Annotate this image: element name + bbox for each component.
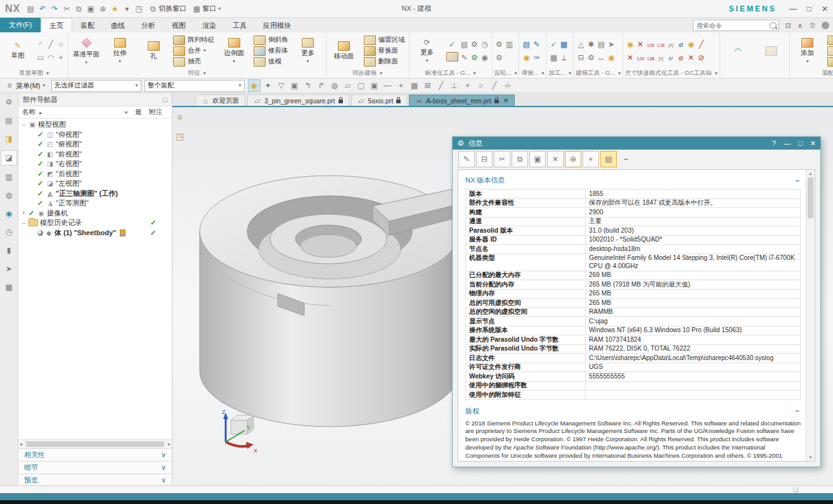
surface-sheet-button[interactable]: ◠	[722, 46, 754, 56]
undo-icon[interactable]: ↶	[39, 4, 46, 13]
ribbon-tab-视图[interactable]: 视图	[164, 18, 194, 32]
dim-red-button[interactable]: ↔	[597, 53, 605, 62]
tree-item[interactable]: ◆体 (1) "Sheetbody"✓	[18, 228, 172, 238]
monitor-button[interactable]: ⊟	[577, 53, 584, 62]
circle-button[interactable]: ○	[57, 40, 65, 49]
paste-icon[interactable]: ▣	[87, 4, 94, 13]
undock-icon[interactable]: □	[163, 96, 167, 103]
coin-pair-button[interactable]: ◉	[607, 53, 615, 62]
dialog-help-button[interactable]: ?	[772, 139, 776, 148]
expand-icon[interactable]: −	[21, 220, 27, 226]
check-icon[interactable]: ✓	[37, 190, 44, 198]
scroll-up-icon[interactable]: ▴	[809, 171, 811, 176]
undo-sel-button[interactable]: ↰	[302, 80, 314, 91]
slash-snap-button[interactable]: ╱	[489, 80, 500, 91]
file-menu-tab[interactable]: 文件(F)	[0, 18, 41, 32]
favorites-dropdown-icon[interactable]: ▾	[123, 4, 131, 13]
resource-assembly-navigator[interactable]: ▤	[1, 113, 16, 127]
ribbon-tab-曲线[interactable]: 曲线	[103, 18, 133, 32]
tree-item[interactable]: ✓◰"俯视图"	[18, 139, 172, 150]
num-188-button[interactable]: 1.88	[647, 54, 654, 61]
cube-a-button[interactable]: ▢	[356, 80, 367, 91]
阵列特征-button[interactable]: 阵列特征	[171, 35, 216, 45]
移动面-button[interactable]: 移动面	[328, 41, 360, 61]
column-name[interactable]: 名称▲	[18, 108, 125, 117]
gear-green-button[interactable]: ⚙	[471, 53, 479, 62]
gear-tool-button[interactable]: ⚙	[496, 53, 503, 62]
tree-item[interactable]: ✓◪"左视图"	[18, 179, 172, 189]
file-tab-欢迎页面[interactable]: ⌂欢迎页面	[195, 94, 245, 106]
expand-icon[interactable]: +	[21, 210, 27, 216]
rect-button[interactable]: ▭	[37, 53, 44, 62]
spline-button[interactable]: ◠	[47, 53, 55, 62]
redo-sel-button[interactable]: ↱	[316, 80, 327, 91]
touch-mode-icon[interactable]: ⊕	[99, 4, 107, 13]
file-tab-A-boss_sheet_mm.prt[interactable]: ▰A-boss_sheet_mm.prt✕	[409, 94, 515, 106]
tree-item[interactable]: ✓◧"前视图"	[18, 150, 172, 160]
更多-button[interactable]: 更多▾	[292, 37, 324, 65]
eye-icon[interactable]	[37, 230, 43, 236]
clock-gray-button[interactable]: ◷	[481, 40, 489, 49]
pen-button[interactable]: ✎	[461, 53, 468, 62]
line-snap-button[interactable]: ╱	[436, 80, 447, 91]
save-icon[interactable]: ▤	[27, 4, 34, 13]
orientation-triad[interactable]: Z X Y	[212, 409, 261, 453]
export-button[interactable]: ✎	[458, 151, 475, 167]
dot-snap-button[interactable]: ⊹	[502, 80, 513, 91]
command-search-input[interactable]	[695, 22, 770, 30]
装配约束-button[interactable]: 装配约束	[825, 35, 833, 45]
ribbon-tab-装配[interactable]: 装配	[72, 18, 103, 32]
doc-a-button[interactable]: ▤	[597, 40, 605, 49]
minimize-ribbon-icon[interactable]: ∧	[797, 22, 803, 30]
resource-touch[interactable]: ➤	[1, 262, 16, 276]
delete-button[interactable]: ✕	[547, 151, 564, 167]
草图-button[interactable]: ✎草图	[2, 41, 34, 61]
scrollbar-thumb[interactable]	[808, 178, 813, 218]
window-button[interactable]: ▦窗口▾	[193, 4, 221, 13]
dia-zero-button[interactable]: ⊘	[697, 53, 705, 62]
triangle-button[interactable]: △	[577, 40, 584, 49]
model-3d[interactable]	[184, 143, 482, 447]
collapse-section-icon[interactable]: −	[796, 177, 799, 184]
favorites-icon[interactable]: ★	[111, 4, 119, 13]
switch-window-button[interactable]: ⧉切换窗口	[149, 4, 186, 13]
collapse-button[interactable]: −	[618, 152, 633, 167]
ribbon-tab-分析[interactable]: 分析	[133, 18, 164, 32]
check-icon[interactable]: ✓	[37, 131, 44, 139]
check-icon[interactable]: ✓	[37, 179, 44, 188]
倒斜角-button[interactable]: 倒斜角	[252, 35, 290, 45]
tree-item[interactable]: ✓◨"右视图"	[18, 159, 172, 169]
x-delete-button[interactable]: ✕	[636, 40, 644, 49]
stamp-button[interactable]: ▤	[461, 40, 468, 49]
window-grip-icon[interactable]: ❏	[793, 487, 798, 493]
menu-button[interactable]: ≡菜单(M)▾	[3, 81, 48, 91]
修剪体-button[interactable]: 修剪体	[252, 46, 290, 56]
plus-snap-button[interactable]: +	[462, 80, 474, 91]
ribbon-tab-工具[interactable]: 工具	[224, 18, 255, 32]
x-box-button[interactable]: [X]	[657, 54, 664, 61]
find-button[interactable]: ⌖	[583, 151, 599, 167]
tree-item[interactable]: −▣模型视图	[18, 120, 172, 130]
resource-template[interactable]: ▦	[1, 280, 16, 294]
num-118-button[interactable]: 1.18	[657, 41, 664, 48]
resource-web-browser[interactable]: ◉	[1, 207, 16, 221]
rack-tool-button[interactable]: ▥	[506, 40, 513, 49]
resource-roles[interactable]: ◍	[1, 188, 16, 202]
table-grid-button[interactable]: ▦	[550, 53, 557, 62]
x-paren-button[interactable]: (X)	[667, 41, 675, 48]
check-icon[interactable]: ✓	[29, 209, 36, 217]
minimize-button[interactable]: —	[789, 4, 797, 13]
column-note[interactable]: 附注	[149, 108, 172, 117]
resource-history[interactable]: ◷	[1, 225, 16, 239]
doc-blue-button[interactable]: ▤	[522, 40, 530, 49]
pin-red-b-button[interactable]: ✕	[687, 53, 695, 62]
删除面-button[interactable]: 删除面	[362, 56, 407, 67]
layers-button[interactable]: ≡	[176, 112, 184, 122]
cube-gray-button[interactable]	[446, 52, 458, 63]
num-100b-button[interactable]: 1.00	[647, 41, 654, 48]
移动组件-button[interactable]: 移动组件	[825, 46, 833, 56]
合并-button[interactable]: 合并▾	[171, 46, 216, 56]
dialog-minimize-button[interactable]: —	[784, 139, 791, 148]
grid-blue-button[interactable]: ▦	[560, 40, 567, 49]
open-folder-button[interactable]: ◳	[176, 131, 184, 141]
